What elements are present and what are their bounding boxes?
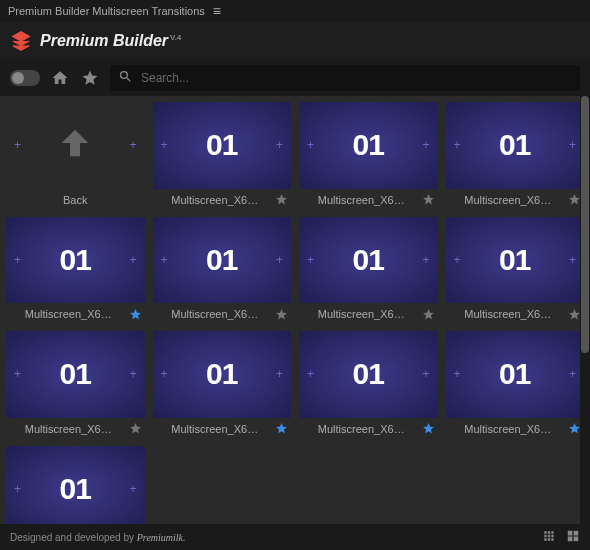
- preset-tile[interactable]: 01 Multiscreen_X6…: [6, 446, 145, 524]
- preset-label: Multiscreen_X6…: [8, 423, 129, 435]
- preset-thumbnail[interactable]: 01: [446, 217, 585, 304]
- preset-thumbnail[interactable]: 01: [153, 102, 292, 189]
- preset-tile[interactable]: 01 Multiscreen_X6…: [153, 217, 292, 324]
- preset-label: Multiscreen_X6…: [155, 194, 276, 206]
- preset-thumbnail[interactable]: 01: [6, 446, 145, 524]
- thumb-number: 01: [60, 472, 91, 506]
- thumb-number: 01: [353, 243, 384, 277]
- toggle-switch[interactable]: [10, 70, 40, 86]
- preset-thumbnail[interactable]: 01: [153, 217, 292, 304]
- thumb-number: 01: [206, 243, 237, 277]
- thumb-number: 01: [353, 128, 384, 162]
- thumb-number: 01: [499, 128, 530, 162]
- preset-thumbnail[interactable]: 01: [299, 102, 438, 189]
- favorite-star-icon[interactable]: [275, 193, 289, 206]
- thumb-number: 01: [353, 357, 384, 391]
- preset-tile[interactable]: 01 Multiscreen_X6…: [6, 217, 145, 324]
- preset-tile[interactable]: 01 Multiscreen_X6…: [153, 331, 292, 438]
- favorite-star-icon[interactable]: [422, 422, 436, 435]
- preset-label: Multiscreen_X6…: [155, 423, 276, 435]
- preset-thumbnail[interactable]: 01: [299, 217, 438, 304]
- preset-thumbnail[interactable]: 01: [6, 331, 145, 418]
- preset-tile[interactable]: 01 Multiscreen_X6…: [446, 102, 585, 209]
- preset-label: Multiscreen_X6…: [155, 308, 276, 320]
- preset-tile[interactable]: 01 Multiscreen_X6…: [153, 102, 292, 209]
- preset-tile[interactable]: 01 Multiscreen_X6…: [299, 102, 438, 209]
- preset-thumbnail[interactable]: 01: [299, 331, 438, 418]
- preset-tile[interactable]: 01 Multiscreen_X6…: [299, 217, 438, 324]
- favorite-star-icon[interactable]: [129, 422, 143, 435]
- thumb-number: 01: [60, 357, 91, 391]
- back-tile[interactable]: Back: [6, 102, 145, 209]
- thumb-number: 01: [206, 357, 237, 391]
- app-logo-icon: [10, 30, 32, 52]
- back-label: Back: [8, 194, 143, 206]
- hamburger-icon[interactable]: ≡: [213, 3, 221, 19]
- app-title: Premium BuilderV.4: [40, 32, 181, 50]
- preset-label: Multiscreen_X6…: [301, 308, 422, 320]
- favorite-star-icon[interactable]: [422, 308, 436, 321]
- search-icon: [118, 69, 133, 88]
- thumb-number: 01: [499, 357, 530, 391]
- search-input[interactable]: [141, 71, 572, 85]
- window-title: Premium Builder Multiscreen Transitions: [8, 5, 205, 17]
- arrow-up-icon: [55, 123, 95, 167]
- favorite-star-icon[interactable]: [129, 308, 143, 321]
- scrollbar[interactable]: [580, 96, 590, 524]
- preset-thumbnail[interactable]: 01: [153, 331, 292, 418]
- preset-thumbnail[interactable]: 01: [446, 102, 585, 189]
- preset-label: Multiscreen_X6…: [448, 308, 569, 320]
- large-grid-view-icon[interactable]: [566, 529, 580, 545]
- thumb-number: 01: [60, 243, 91, 277]
- home-icon[interactable]: [50, 68, 70, 88]
- preset-thumbnail[interactable]: 01: [446, 331, 585, 418]
- favorite-star-icon[interactable]: [275, 308, 289, 321]
- preset-label: Multiscreen_X6…: [448, 423, 569, 435]
- preset-label: Multiscreen_X6…: [448, 194, 569, 206]
- favorite-star-icon[interactable]: [275, 422, 289, 435]
- thumb-number: 01: [499, 243, 530, 277]
- preset-tile[interactable]: 01 Multiscreen_X6…: [446, 217, 585, 324]
- favorite-star-icon[interactable]: [422, 193, 436, 206]
- preset-tile[interactable]: 01 Multiscreen_X6…: [446, 331, 585, 438]
- preset-label: Multiscreen_X6…: [301, 194, 422, 206]
- preset-label: Multiscreen_X6…: [8, 308, 129, 320]
- preset-label: Multiscreen_X6…: [301, 423, 422, 435]
- preset-thumbnail[interactable]: 01: [6, 217, 145, 304]
- back-thumb[interactable]: [6, 102, 145, 189]
- grid-view-icon[interactable]: [542, 529, 556, 545]
- footer-credit: Designed and developed by Premiumilk.: [10, 532, 186, 543]
- preset-tile[interactable]: 01 Multiscreen_X6…: [299, 331, 438, 438]
- thumb-number: 01: [206, 128, 237, 162]
- favorites-star-icon[interactable]: [80, 68, 100, 88]
- preset-tile[interactable]: 01 Multiscreen_X6…: [6, 331, 145, 438]
